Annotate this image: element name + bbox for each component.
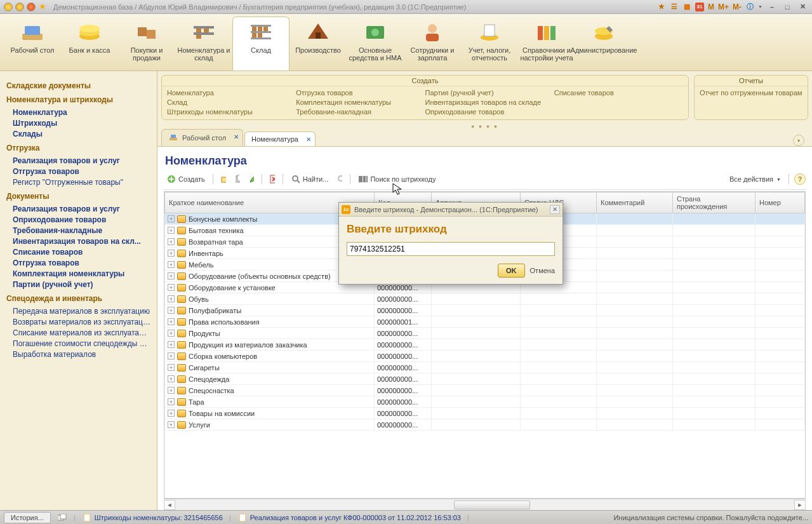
sb-link[interactable]: Списание товаров: [13, 248, 150, 257]
expand-icon[interactable]: +: [168, 272, 175, 279]
toolbar-tax[interactable]: Учет, налоги, отчетность: [461, 17, 518, 71]
p-link[interactable]: Партия (ручной учет): [425, 89, 554, 97]
sb-link[interactable]: Отгрузка товаров: [13, 167, 150, 176]
expand-icon[interactable]: +: [168, 341, 175, 348]
table-row[interactable]: +Полуфабрикаты000000000...: [165, 305, 805, 316]
table-row[interactable]: +Сигареты000000000...: [165, 362, 805, 373]
sb-link[interactable]: Погашение стоимости спецодежды и с...: [13, 339, 150, 348]
toolbar-bank[interactable]: Банк и касса: [61, 17, 118, 71]
dialog-close-button[interactable]: ✕: [550, 205, 560, 214]
sb-link[interactable]: Комплектация номенклатуры: [13, 269, 150, 278]
tabs-menu-button[interactable]: ▾: [793, 135, 804, 146]
sb-link[interactable]: Инвентаризация товаров на скл...: [13, 237, 150, 246]
minimize-button[interactable]: –: [766, 3, 778, 11]
sb-link[interactable]: Передача материалов в эксплуатацию: [13, 307, 150, 316]
barcode-input[interactable]: [347, 242, 555, 256]
toolbar-hr[interactable]: Сотрудники и зарплата: [404, 17, 461, 71]
sb-link[interactable]: Реализация товаров и услуг: [13, 205, 150, 213]
stop-icon[interactable]: [27, 3, 36, 11]
edit-button[interactable]: [246, 174, 256, 184]
status-link-1[interactable]: Штрихкоды номенклатуры: 3215465656: [82, 513, 223, 523]
copy-button[interactable]: [232, 174, 243, 184]
help-button[interactable]: ?: [794, 173, 806, 185]
sb-link[interactable]: Склады: [13, 130, 150, 138]
create-button[interactable]: Создать: [164, 173, 208, 185]
toolbar-nomenclature[interactable]: Номенклатура и склад: [175, 17, 232, 71]
expand-icon[interactable]: +: [168, 250, 175, 257]
table-row[interactable]: +Обувь000000000...: [165, 293, 805, 305]
sb-link[interactable]: Оприходование товаров: [13, 215, 150, 224]
toolbar-warehouse[interactable]: Склад: [232, 17, 290, 71]
table-row[interactable]: +Сборка компьютеров000000000...: [165, 351, 805, 362]
sb-link[interactable]: Требования-накладные: [13, 226, 150, 235]
col-country[interactable]: Страна происхождения: [673, 192, 755, 213]
p-link[interactable]: Инвентаризация товаров на складе: [425, 98, 554, 106]
p-link[interactable]: Комплектация номенклатуры: [296, 98, 425, 106]
toolbar-assets[interactable]: Основные средства и НМА: [347, 17, 404, 71]
table-row[interactable]: +Услуги000000000...: [165, 419, 805, 431]
info-icon[interactable]: ⓘ: [745, 3, 754, 11]
all-actions-button[interactable]: Все действия ▼: [727, 174, 783, 184]
expand-icon[interactable]: +: [168, 421, 175, 428]
table-row[interactable]: +Продукция из материалов заказчика000000…: [165, 339, 805, 351]
p-link[interactable]: Списание товаров: [554, 89, 683, 97]
tab-close-icon[interactable]: ✕: [306, 136, 311, 143]
expand-icon[interactable]: +: [168, 387, 175, 394]
mem-m[interactable]: M: [708, 3, 714, 11]
fav-icon[interactable]: ★: [657, 3, 666, 11]
barcode-search-button[interactable]: Поиск по штрихкоду: [356, 173, 438, 185]
mem-mminus[interactable]: M-: [733, 3, 742, 11]
history-button[interactable]: История...: [4, 512, 51, 523]
toolbar-production[interactable]: Производство: [290, 17, 347, 71]
expand-icon[interactable]: +: [168, 307, 175, 314]
toolbar-admin[interactable]: Администрирование: [575, 17, 632, 71]
tab-nomenclature[interactable]: Номенклатура ✕: [244, 131, 316, 146]
toolbar-refs[interactable]: Справочники и настройки учета: [518, 17, 575, 71]
scroll-right-button[interactable]: ►: [794, 500, 806, 510]
table-row[interactable]: +Права использования000000001...: [165, 316, 805, 328]
p-link[interactable]: Штрихкоды номенклатуры: [167, 108, 296, 116]
mem-mplus[interactable]: M+: [718, 3, 729, 11]
table-row[interactable]: +Спецодежда000000000...: [165, 373, 805, 385]
clear-search-button[interactable]: [335, 174, 345, 184]
delete-button[interactable]: [267, 174, 277, 184]
col-comment[interactable]: Комментарий: [597, 192, 673, 213]
sb-link[interactable]: Номенклатура: [13, 108, 150, 117]
cancel-button[interactable]: Отмена: [530, 267, 555, 274]
dialog-titlebar[interactable]: 1c Введите штрихкод - Демонстрацион... (…: [339, 203, 562, 217]
expand-icon[interactable]: +: [168, 353, 175, 359]
expand-icon[interactable]: +: [168, 295, 175, 302]
expand-icon[interactable]: +: [168, 238, 175, 245]
expand-icon[interactable]: +: [168, 364, 175, 371]
find-button[interactable]: Найти...: [288, 173, 331, 185]
dropdown-icon[interactable]: [15, 3, 24, 11]
star-icon[interactable]: ★: [38, 3, 47, 11]
sb-link[interactable]: Списание материалов из эксплуатации: [13, 328, 150, 337]
expand-icon[interactable]: +: [168, 398, 175, 405]
p-link[interactable]: Склад: [167, 98, 296, 106]
expand-icon[interactable]: +: [168, 318, 175, 325]
sb-link[interactable]: Реализация товаров и услуг: [13, 156, 150, 165]
p-link[interactable]: Отчет по отгруженным товарам: [700, 89, 802, 97]
expand-icon[interactable]: +: [168, 330, 175, 337]
tab-close-icon[interactable]: ✕: [234, 133, 239, 140]
expand-icon[interactable]: +: [168, 284, 175, 291]
scroll-left-button[interactable]: ◄: [164, 500, 175, 510]
table-row[interactable]: +Товары на комиссии000000000...: [165, 408, 805, 419]
calendar-icon[interactable]: 31: [695, 3, 704, 11]
p-link[interactable]: Номенклатура: [167, 89, 296, 97]
table-row[interactable]: +Тара000000000...: [165, 396, 805, 408]
scroll-thumb[interactable]: [454, 500, 530, 509]
windows-icon[interactable]: [57, 513, 67, 523]
toolbar-desktop[interactable]: Рабочий стол: [4, 17, 61, 71]
expand-icon[interactable]: +: [168, 227, 175, 234]
expand-icon[interactable]: +: [168, 261, 175, 268]
toolbar-purchases[interactable]: Покупки и продажи: [118, 17, 175, 71]
col-num[interactable]: Номер: [755, 192, 805, 213]
maximize-button[interactable]: □: [782, 3, 793, 11]
status-link-2[interactable]: Реализация товаров и услуг КФ00-000003 о…: [237, 513, 461, 523]
sb-link[interactable]: Регистр "Отгруженные товары": [13, 178, 150, 187]
sb-link[interactable]: Штрихкоды: [13, 119, 150, 128]
ok-button[interactable]: OK: [498, 264, 525, 278]
horizontal-scrollbar[interactable]: ◄ ►: [164, 499, 806, 510]
